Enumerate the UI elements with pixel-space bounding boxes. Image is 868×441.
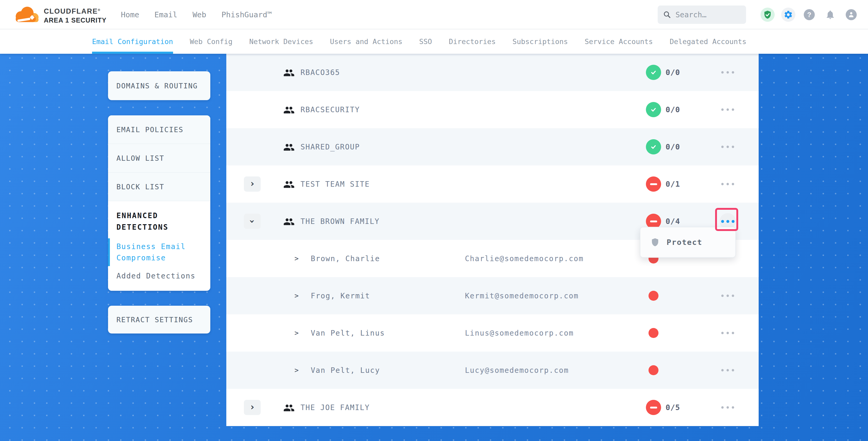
status-ok-icon	[646, 65, 661, 80]
table-row-rbacsecurity: RBACSECURITY0/0	[226, 91, 758, 128]
tab-delegated-accounts[interactable]: Delegated Accounts	[670, 29, 747, 54]
status-unprotected-dot	[649, 365, 658, 375]
sidebar-item-domains-routing[interactable]: DOMAINS & ROUTING	[108, 71, 210, 100]
table-row-test-team-site: ›TEST TEAM SITE0/1	[226, 165, 758, 203]
row-menu-rbaco365[interactable]	[721, 71, 734, 74]
tab-subscriptions[interactable]: Subscriptions	[513, 29, 568, 54]
tab-service-accounts[interactable]: Service Accounts	[585, 29, 653, 54]
table-row-shared-group: SHARED_GROUP0/0	[226, 128, 758, 165]
status-ok-icon	[646, 139, 661, 154]
sidebar-item-allow-list[interactable]: ALLOW LIST	[108, 144, 210, 172]
group-people-icon	[283, 104, 295, 115]
chevron-down-icon: ›	[248, 218, 257, 224]
directory-groups-table: RBACO3650/0RBACSECURITY0/0SHARED_GROUP0/…	[226, 54, 758, 426]
row-action-menu-popup: Protect	[640, 227, 736, 258]
status-blocked-icon	[646, 400, 661, 415]
group-name: TEST TEAM SITE	[301, 180, 370, 189]
app-header: CLOUDFLARE® AREA 1 SECURITY HomeEmailWeb…	[0, 0, 868, 29]
cloudflare-logo[interactable]: CLOUDFLARE® AREA 1 SECURITY	[12, 2, 106, 24]
member-email: Kermit@somedemocorp.com	[465, 291, 579, 300]
group-people-icon	[283, 141, 295, 152]
member-arrow-icon: >	[294, 329, 299, 337]
protect-menu-item[interactable]: Protect	[666, 238, 702, 247]
row-menu-frog-kermit[interactable]	[721, 295, 734, 297]
group-people-icon	[283, 179, 295, 189]
table-row-the-joe-family: ›THE JOE FAMILY0/5	[226, 389, 758, 426]
collapse-button-the-brown-family[interactable]: ›	[244, 214, 261, 229]
tab-email-configuration[interactable]: Email Configuration	[92, 29, 173, 54]
top-nav-web[interactable]: Web	[192, 10, 206, 19]
table-row-frog-kermit: >Frog, KermitKermit@somedemocorp.com	[226, 277, 758, 314]
tab-sso[interactable]: SSO	[419, 29, 432, 54]
group-people-icon	[283, 67, 295, 77]
sidebar-item-business-email-compromise[interactable]: Business Email Compromise	[117, 241, 203, 263]
group-name: RBACSECURITY	[301, 105, 360, 114]
notifications-bell-icon[interactable]	[825, 9, 835, 20]
expand-button-the-joe-family[interactable]: ›	[244, 400, 261, 415]
expand-button-test-team-site[interactable]: ›	[244, 177, 261, 192]
tab-users-and-actions[interactable]: Users and Actions	[330, 29, 402, 54]
sidebar-policies-card: EMAIL POLICIESALLOW LISTBLOCK LIST ENHAN…	[108, 115, 210, 291]
account-icon[interactable]	[846, 9, 857, 20]
member-name: Frog, Kermit	[311, 291, 370, 300]
member-name: Brown, Charlie	[311, 254, 380, 263]
sidebar-item-block-list[interactable]: BLOCK LIST	[108, 172, 210, 201]
chevron-right-icon: ›	[249, 402, 255, 412]
help-icon[interactable]: ?	[804, 9, 815, 20]
member-arrow-icon: >	[294, 255, 299, 262]
row-menu-the-joe-family[interactable]	[721, 406, 734, 409]
protected-count: 0/5	[665, 403, 680, 412]
top-nav-home[interactable]: Home	[121, 10, 139, 19]
protected-count: 0/1	[665, 180, 680, 189]
search-box[interactable]	[658, 5, 746, 24]
sidebar-section-enhanced-detections: ENHANCED DETECTIONS Business Email Compr…	[108, 201, 210, 291]
status-unprotected-dot	[649, 328, 658, 338]
cloudflare-cloud-icon	[12, 4, 42, 24]
group-name: THE JOE FAMILY	[301, 403, 370, 412]
tab-directories[interactable]: Directories	[449, 29, 496, 54]
table-row-van-pelt-lucy: >Van Pelt, LucyLucy@somedemocorp.com	[226, 352, 758, 389]
row-menu-shared-group[interactable]	[721, 146, 734, 148]
protect-shield-icon	[650, 237, 660, 248]
top-nav-phishguard[interactable]: PhishGuard™	[222, 10, 272, 19]
table-row-rbaco365: RBACO3650/0	[226, 54, 758, 91]
group-people-icon	[283, 216, 295, 226]
sidebar-item-enhanced-detections[interactable]: ENHANCED DETECTIONS	[117, 210, 203, 233]
status-ok-icon	[646, 102, 661, 117]
protected-count: 0/0	[665, 68, 680, 77]
group-name: SHARED_GROUP	[301, 143, 360, 151]
brand-subtitle: AREA 1 SECURITY	[44, 17, 106, 24]
config-subnav: Email ConfigurationWeb ConfigNetwork Dev…	[0, 29, 868, 54]
settings-gear-icon[interactable]	[781, 8, 795, 22]
group-people-icon	[283, 402, 295, 413]
sidebar-item-added-detections[interactable]: Added Detections	[117, 271, 203, 281]
sidebar-item-retract-settings[interactable]: RETRACT SETTINGS	[108, 306, 210, 334]
member-email: Linus@somedemocorp.com	[465, 329, 574, 338]
member-name: Van Pelt, Linus	[311, 329, 385, 338]
search-icon	[663, 10, 671, 19]
search-input[interactable]	[676, 10, 739, 19]
status-blocked-icon	[646, 177, 661, 192]
row-menu-test-team-site[interactable]	[721, 183, 734, 185]
brand-name: CLOUDFLARE®	[44, 7, 106, 15]
member-name: Van Pelt, Lucy	[311, 366, 380, 375]
protected-count: 0/4	[665, 217, 680, 226]
table-row-van-pelt-linus: >Van Pelt, LinusLinus@somedemocorp.com	[226, 314, 758, 352]
chevron-right-icon: ›	[249, 179, 255, 188]
top-nav: HomeEmailWebPhishGuard™	[121, 0, 272, 29]
member-arrow-icon: >	[294, 366, 299, 374]
member-arrow-icon: >	[294, 292, 299, 300]
shield-check-icon[interactable]	[761, 8, 775, 22]
group-name: THE BROWN FAMILY	[301, 217, 380, 226]
sidebar-item-email-policies[interactable]: EMAIL POLICIES	[108, 115, 210, 144]
row-menu-van-pelt-lucy[interactable]	[721, 369, 734, 372]
top-nav-email[interactable]: Email	[154, 10, 177, 19]
tab-web-config[interactable]: Web Config	[190, 29, 232, 54]
member-email: Lucy@somedemocorp.com	[465, 366, 569, 375]
row-menu-van-pelt-linus[interactable]	[721, 332, 734, 334]
row-menu-rbacsecurity[interactable]	[721, 108, 734, 111]
group-name: RBACO365	[301, 68, 340, 77]
status-unprotected-dot	[649, 291, 658, 301]
selected-item-indicator	[108, 238, 110, 266]
tab-network-devices[interactable]: Network Devices	[249, 29, 313, 54]
